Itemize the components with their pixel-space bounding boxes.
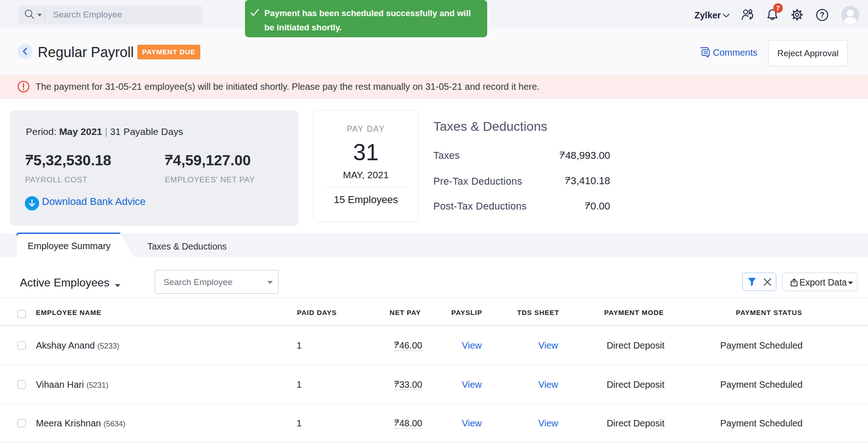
svg-text:?: ? xyxy=(820,11,825,19)
